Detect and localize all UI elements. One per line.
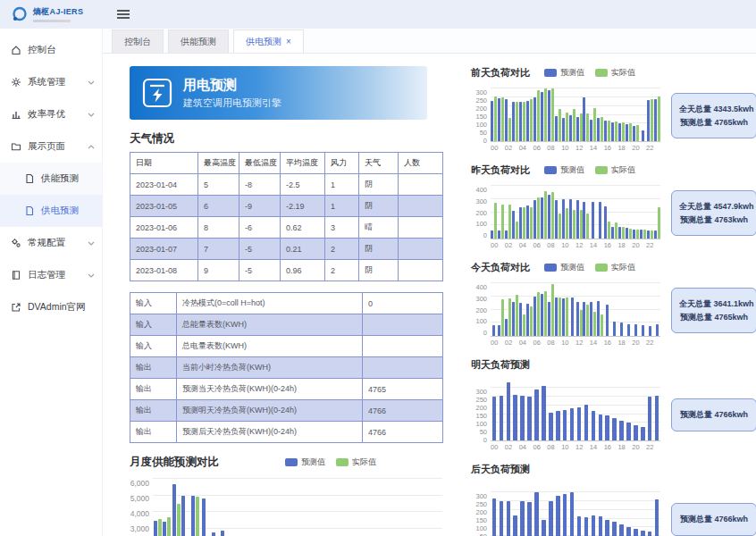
table-cell: 总电量表数(KWH) (177, 336, 363, 357)
forecast-legend-swatch (285, 458, 298, 466)
plot-area (153, 479, 442, 536)
table-row: 输入总电量表数(KWH) (130, 336, 443, 357)
sidebar-item-console[interactable]: 控制台 (0, 34, 102, 66)
day-after-bar-chart: 300250200150100500 000204060810121416182… (471, 492, 660, 536)
sidebar-subitem-energy-forecast[interactable]: 供能预测 (0, 163, 102, 195)
table-cell: 7 (198, 239, 239, 260)
table-cell: -2.5 (281, 174, 325, 196)
table-cell: 6 (198, 196, 239, 217)
tab-close-icon[interactable]: × (286, 31, 291, 53)
table-cell: -9 (239, 196, 281, 217)
y-axis: 4003002001000 (471, 186, 491, 239)
weather-table-body: 2023-01-045-8-2.51阴2023-01-056-9-2.191阴2… (130, 174, 443, 281)
table-row: 2023-01-045-8-2.51阴 (130, 174, 443, 196)
tab-power-forecast[interactable]: 供电预测 × (233, 29, 304, 53)
banner-subtitle: 建筑空调用电预测引擎 (183, 96, 281, 110)
folder-icon (11, 141, 21, 152)
table-cell: 0.21 (281, 239, 325, 260)
column-header: 平均温度 (281, 153, 325, 174)
table-cell: 4766 (363, 400, 443, 422)
table-cell (363, 357, 443, 379)
table-cell: 阴 (359, 196, 399, 217)
sidebar-subitem-power-forecast[interactable]: 供电预测 (0, 195, 102, 227)
table-cell (363, 336, 443, 357)
table-row: 输入总能量表数(KWH) (130, 314, 443, 336)
tab-energy-forecast[interactable]: 供能预测 (168, 29, 229, 53)
file-icon (24, 173, 35, 184)
forecast-banner: 用电预测 建筑空调用电预测引擎 (130, 66, 427, 120)
sidebar-item-config[interactable]: 常规配置 (0, 227, 102, 259)
lightning-icon (142, 78, 172, 108)
tomorrow-chart-block: 明天负荷预测 300250200150100500 00020406081012… (471, 358, 747, 451)
monthly-chart-legend: 预测值 实际值 (285, 456, 376, 468)
column-header: 最低温度 (239, 153, 281, 174)
table-row: 2023-01-068-60.623晴 (130, 217, 443, 239)
book-icon (11, 270, 21, 281)
table-cell: 2 (325, 260, 359, 281)
table-row: 输出预测后天冷热负荷(KWH)(0-24h)4766 (130, 422, 443, 443)
io-table-body: 输入冷热模式(0=coll H=hot)0输入总能量表数(KWH)输入总电量表数… (130, 293, 443, 443)
table-cell: 输出 (130, 379, 177, 400)
table-cell: 预测明天冷热负荷(KWH)(0-24h) (177, 400, 363, 422)
table-cell: 2023-01-05 (130, 196, 198, 217)
sidebar-item-efficiency[interactable]: 效率寻优 (0, 98, 102, 130)
table-row: 2023-01-056-9-2.191阴 (130, 196, 443, 217)
summary-box: 全天总量 4547.9kwh预测总量 4763kwh (671, 190, 756, 236)
menu-toggle-button[interactable] (117, 9, 130, 20)
summary-box: 全天总量 3641.1kwh预测总量 4765kwh (671, 288, 756, 333)
table-cell: 阴 (359, 174, 399, 196)
logo-icon (11, 5, 29, 23)
table-cell: 输入 (130, 314, 177, 336)
logo-subtitle (33, 20, 71, 22)
tomorrow-chart-title: 明天负荷预测 (471, 358, 530, 372)
column-header: 最高温度 (198, 153, 239, 174)
actual-legend-swatch (595, 69, 608, 77)
sidebar-item-logs[interactable]: 日志管理 (0, 259, 102, 291)
column-header: 人数 (399, 153, 443, 174)
chevron-down-icon (88, 80, 95, 85)
monthly-chart-title: 月度供能预测对比 (130, 455, 219, 470)
y-axis: 300250200150100500 (471, 88, 491, 142)
sidebar-item-dvadmin-site[interactable]: DVAdmin官网 (0, 291, 102, 323)
sidebar-item-display-pages[interactable]: 展示页面 (0, 130, 102, 163)
today-chart-title: 今天负荷对比 (471, 261, 530, 274)
table-cell: -2.19 (281, 196, 325, 217)
table-row: 输出预测当天冷热负荷(KWH)(0-24h)4765 (130, 379, 443, 400)
app-header: 熵枢AJ-IERS (0, 0, 756, 29)
hamburger-icon (117, 9, 130, 20)
table-row: 2023-01-077-50.212阴 (130, 239, 443, 260)
weather-table: 日期最高温度最低温度平均温度风力天气人数 2023-01-045-8-2.51阴… (130, 152, 443, 281)
io-table: 输入冷热模式(0=coll H=hot)0输入总能量表数(KWH)输入总电量表数… (130, 292, 443, 443)
tomorrow-bar-chart: 300250200150100500 000204060810121416182… (471, 388, 660, 451)
chevron-down-icon (88, 273, 95, 278)
logo-title: 熵枢AJ-IERS (33, 6, 83, 18)
plot-area (491, 283, 660, 337)
table-row: 输出当前小时冷热负荷(KWH) (130, 357, 443, 379)
gears-icon (11, 238, 21, 248)
day-after-chart-block: 后天负荷预测 300250200150100500 00020406081012… (471, 463, 747, 536)
chevron-down-icon (88, 241, 95, 246)
day-after-chart-title: 后天负荷预测 (471, 463, 530, 476)
table-cell: 0 (363, 293, 443, 314)
summary-box: 全天总量 4343.5kwh预测总量 4765kwh (671, 93, 756, 138)
external-link-icon (11, 302, 21, 313)
table-cell: 晴 (359, 217, 399, 239)
table-cell (399, 217, 443, 239)
chevron-down-icon (88, 113, 95, 117)
sidebar-item-system-mgmt[interactable]: 系统管理 (0, 66, 102, 98)
tab-console[interactable]: 控制台 (112, 29, 164, 53)
x-axis: 000204060810121416182022 (491, 339, 660, 347)
table-cell: 当前小时冷热负荷(KWH) (177, 357, 363, 379)
table-row: 输出预测明天冷热负荷(KWH)(0-24h)4766 (130, 400, 443, 422)
table-row: 输入冷热模式(0=coll H=hot)0 (130, 293, 443, 314)
actual-legend-swatch (336, 458, 349, 466)
column-header: 日期 (130, 153, 198, 174)
table-cell: 2023-01-06 (130, 217, 198, 239)
actual-legend-swatch (595, 264, 608, 272)
table-cell (399, 196, 443, 217)
table-cell (399, 260, 443, 281)
x-axis: 000204060810121416182022 (491, 144, 660, 152)
table-cell: 3 (325, 217, 359, 239)
table-cell: 0.62 (281, 217, 325, 239)
banner-title: 用电预测 (183, 77, 281, 94)
